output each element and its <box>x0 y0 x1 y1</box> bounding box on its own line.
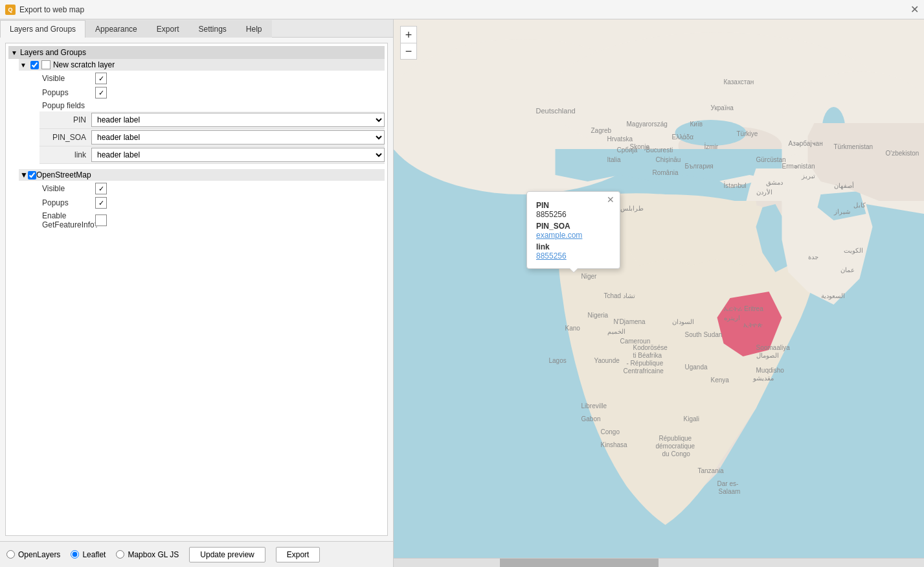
svg-text:Yaounde: Yaounde <box>594 357 620 364</box>
popup-pinsoa-link[interactable]: example.com <box>536 231 582 240</box>
osm-getfeature-check[interactable] <box>95 214 107 226</box>
scratch-popups-check[interactable]: ✓ <box>95 87 107 98</box>
popup-link-link[interactable]: 8855256 <box>536 251 567 260</box>
scratch-popupfields-label: Popup fields <box>42 101 94 110</box>
close-button[interactable]: ✕ <box>910 5 919 15</box>
link-field-select[interactable]: header label label inline label tooltip … <box>91 148 385 162</box>
app-icon: Q <box>5 5 16 15</box>
svg-text:Congo: Congo <box>601 428 620 435</box>
leaflet-radio[interactable] <box>71 550 79 559</box>
map-controls: + − <box>400 26 417 60</box>
map-popup: ✕ PIN 8855256 PIN_SOA example.com link 8… <box>526 191 620 269</box>
svg-text:Ελλάδα: Ελλάδα <box>672 133 694 141</box>
tab-bar: Layers and Groups Appearance Export Sett… <box>0 19 393 38</box>
svg-text:Magyarország: Magyarország <box>627 121 668 128</box>
leaflet-label[interactable]: Leaflet <box>82 550 106 559</box>
window-title: Export to web map <box>19 5 84 14</box>
scratch-layer-label: New scratch layer <box>53 60 115 69</box>
scratch-layer-icon <box>41 60 51 69</box>
svg-text:Київ: Київ <box>690 121 703 128</box>
svg-text:مقديشو: مقديشو <box>752 375 774 382</box>
scratch-expand-arrow[interactable]: ▼ <box>20 62 27 69</box>
radio-mapbox: Mapbox GL JS <box>116 550 179 559</box>
scratch-popups-label: Popups <box>42 88 94 97</box>
svg-text:Soomaaliya: Soomaaliya <box>756 344 791 351</box>
svg-text:Kodorösése: Kodorösése <box>633 344 668 351</box>
tree-panel: ▼ Layers and Groups ▼ New scratch layer … <box>5 43 388 536</box>
map-horizontal-scrollbar[interactable] <box>394 558 924 567</box>
pin-field-select[interactable]: header label label inline label tooltip … <box>91 113 385 127</box>
svg-text:جدة: جدة <box>808 253 818 260</box>
svg-text:تبریز: تبریز <box>801 172 815 180</box>
svg-text:اریتره: اریتره <box>724 314 740 322</box>
map-background: Deutschland Казахстан Türkiye Italia O'z… <box>394 19 924 567</box>
popup-link-value: 8855256 <box>536 251 611 260</box>
svg-text:Niger: Niger <box>581 273 598 280</box>
scratch-visible-check[interactable]: ✓ <box>95 73 107 84</box>
popup-close-button[interactable]: ✕ <box>607 194 614 205</box>
scratch-layer-props: Visible ✓ Popups ✓ Popup fields <box>39 71 385 111</box>
update-preview-button[interactable]: Update preview <box>189 547 265 562</box>
svg-text:Italia: Italia <box>607 156 622 163</box>
pin-soa-field-select[interactable]: header label label inline label tooltip … <box>91 130 385 145</box>
svg-text:Kigali: Kigali <box>684 415 699 422</box>
svg-text:България: България <box>685 163 714 170</box>
layer-row-scratch: ▼ New scratch layer <box>19 59 385 71</box>
title-bar: Q Export to web map ✕ <box>0 0 924 19</box>
zoom-out-button[interactable]: − <box>400 43 417 60</box>
map-scrollbar-thumb[interactable] <box>500 559 659 567</box>
svg-text:Centrafricaine: Centrafricaine <box>624 367 664 375</box>
popup-link-name: link <box>536 242 611 251</box>
svg-text:ti Béafrika: ti Béafrika <box>633 352 662 359</box>
svg-text:Hrvatska: Hrvatska <box>607 135 633 143</box>
scratch-popupfields-row: Popup fields <box>39 100 385 111</box>
openlayers-label[interactable]: OpenLayers <box>18 550 60 559</box>
svg-text:Libreville: Libreville <box>581 402 607 410</box>
svg-text:Gabon: Gabon <box>581 415 601 422</box>
osm-expand-arrow[interactable]: ▼ <box>20 170 28 179</box>
osm-popups-check[interactable]: ✓ <box>95 197 107 209</box>
layer-group-scratch: ▼ New scratch layer Visible ✓ Popups ✓ <box>19 59 385 164</box>
mapbox-label[interactable]: Mapbox GL JS <box>128 550 179 559</box>
svg-text:عمان: عمان <box>840 266 855 273</box>
tab-help[interactable]: Help <box>236 20 272 38</box>
osm-visible-check[interactable]: ✓ <box>95 183 107 194</box>
svg-text:Україна: Україна <box>711 104 734 111</box>
tree-root: ▼ Layers and Groups <box>8 46 385 59</box>
osm-layer-label: OpenStreetMap <box>36 170 91 179</box>
layer-row-osm: ▼ OpenStreetMap <box>19 169 385 181</box>
svg-text:Lagos: Lagos <box>549 357 567 364</box>
svg-text:O'zbekiston: O'zbekiston <box>886 150 919 157</box>
export-button[interactable]: Export <box>276 547 321 562</box>
svg-text:Азәрбајҹан: Азәрбајҹан <box>789 140 823 147</box>
osm-layer-checkbox[interactable] <box>28 171 36 179</box>
svg-text:طرابلس: طرابلس <box>620 205 644 213</box>
scratch-field-rows: PIN header label label inline label tool… <box>39 111 385 164</box>
svg-text:România: România <box>653 169 679 176</box>
svg-text:Казахстан: Казахстан <box>724 78 754 86</box>
tab-layers-and-groups[interactable]: Layers and Groups <box>0 20 85 38</box>
svg-text:السعودية: السعودية <box>821 292 845 300</box>
svg-text:Türkiye: Türkiye <box>737 130 758 137</box>
svg-text:ኢትዮጵ: ኢትዮጵ <box>743 321 763 329</box>
tab-export[interactable]: Export <box>147 20 189 38</box>
main-container: Layers and Groups Appearance Export Sett… <box>0 19 924 567</box>
scratch-layer-checkbox[interactable] <box>30 61 39 69</box>
bottom-bar: OpenLayers Leaflet Mapbox GL JS Update p… <box>0 541 393 567</box>
svg-text:République: République <box>659 435 692 442</box>
svg-text:أصفهان: أصفهان <box>834 181 854 190</box>
svg-text:Tchad تشاد: Tchad تشاد <box>604 292 635 299</box>
tab-settings[interactable]: Settings <box>188 20 236 38</box>
tab-appearance[interactable]: Appearance <box>85 20 147 38</box>
svg-text:İzmir: İzmir <box>704 143 719 150</box>
openlayers-radio[interactable] <box>6 550 15 559</box>
mapbox-radio[interactable] <box>116 550 124 559</box>
map-panel: Deutschland Казахстан Türkiye Italia O'z… <box>394 19 924 567</box>
radio-openlayers: OpenLayers <box>6 550 60 559</box>
svg-text:South Sudan: South Sudan <box>685 331 723 338</box>
link-field-name: link <box>39 150 91 159</box>
svg-text:Nigeria: Nigeria <box>588 312 609 319</box>
zoom-in-button[interactable]: + <box>400 26 417 43</box>
pin-field-name: PIN <box>39 115 91 124</box>
root-expand-arrow[interactable]: ▼ <box>11 49 17 56</box>
